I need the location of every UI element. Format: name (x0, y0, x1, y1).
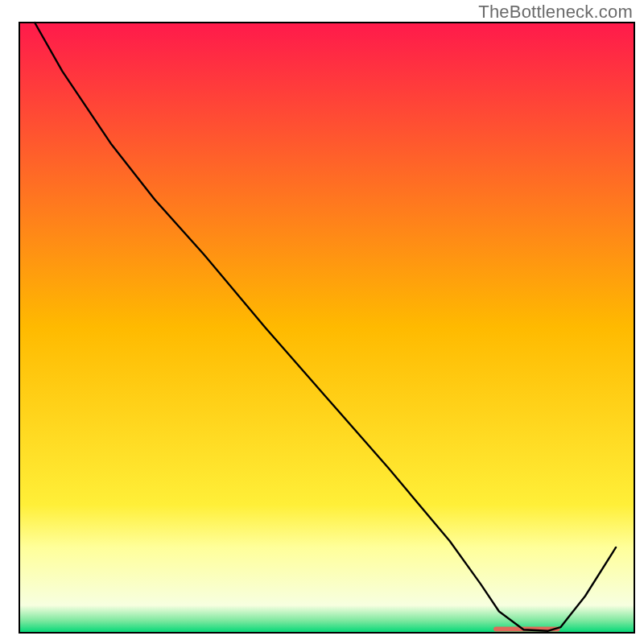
chart-container: TheBottleneck.com (0, 0, 644, 644)
plot-background (19, 23, 634, 633)
bottleneck-chart (0, 0, 644, 644)
watermark-text: TheBottleneck.com (478, 2, 633, 23)
